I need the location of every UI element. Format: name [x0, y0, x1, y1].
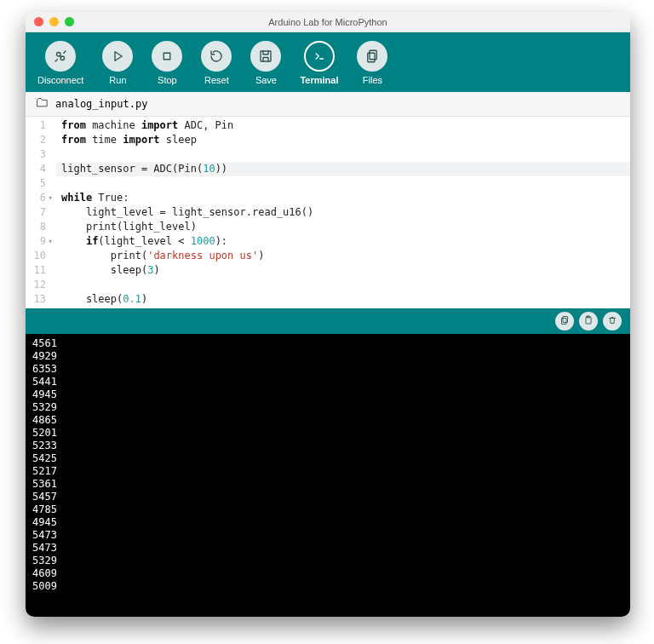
line-number: 8: [27, 220, 51, 234]
code-line[interactable]: light_level = light_sensor.read_u16(): [56, 205, 630, 220]
save-button[interactable]: Save: [250, 41, 281, 85]
clear-button[interactable]: [603, 312, 622, 331]
terminal-line: 5329: [32, 401, 623, 414]
toolbar-label: Reset: [204, 75, 229, 85]
code-line[interactable]: sleep(0.1): [56, 292, 630, 307]
terminal-button[interactable]: Terminal: [300, 41, 338, 85]
terminal-line: 5457: [32, 491, 623, 503]
terminal-line: 4609: [32, 567, 623, 580]
traffic-lights: [26, 17, 74, 26]
terminal-line: 4945: [32, 516, 623, 529]
line-number: 11: [27, 263, 51, 278]
app-window: Arduino Lab for MicroPython DisconnectRu…: [26, 12, 630, 617]
code-line[interactable]: print('darkness upon us'): [56, 249, 630, 263]
line-number: 7: [27, 205, 51, 220]
toolbar-label: Run: [109, 75, 126, 85]
terminal-line: 5009: [32, 580, 623, 593]
code-editor[interactable]: 12345678910111213 from machine import AD…: [26, 117, 630, 308]
toolbar-label: Stop: [158, 75, 177, 85]
code-line[interactable]: while True:: [56, 191, 630, 205]
paste-button[interactable]: [579, 312, 598, 331]
file-bar: analog_input.py: [26, 92, 630, 117]
save-icon: [250, 41, 281, 72]
svg-rect-2: [164, 53, 171, 60]
svg-rect-4: [370, 50, 376, 60]
code-line[interactable]: from machine import ADC, Pin: [56, 118, 630, 133]
code-line[interactable]: [56, 278, 630, 292]
line-number: 4: [27, 162, 51, 176]
terminal-output[interactable]: 4561492963535441494553294865520152335425…: [26, 334, 630, 617]
folder-icon: [36, 96, 49, 112]
terminal-line: 5201: [32, 427, 623, 440]
line-number: 1: [27, 118, 51, 133]
terminal-line: 5217: [32, 465, 623, 478]
stop-icon: [152, 41, 182, 72]
terminal-line: 5441: [32, 376, 623, 388]
titlebar: Arduino Lab for MicroPython: [26, 12, 630, 32]
plug-icon: [45, 41, 76, 72]
code-line[interactable]: from time import sleep: [56, 133, 630, 147]
copy-button[interactable]: [555, 312, 574, 331]
terminal-line: 5473: [32, 529, 623, 542]
toolbar-label: Files: [363, 75, 382, 85]
terminal-line: 6353: [32, 363, 623, 376]
run-button[interactable]: Run: [102, 41, 133, 85]
toolbar-label: Disconnect: [37, 75, 83, 85]
terminal-line: 4785: [32, 503, 623, 516]
terminal-line: 5329: [32, 555, 623, 567]
terminal-icon: [304, 41, 335, 72]
close-window-button[interactable]: [34, 17, 43, 26]
toolbar-label: Terminal: [300, 75, 338, 85]
minimize-window-button[interactable]: [49, 17, 59, 26]
line-number: 2: [27, 133, 51, 147]
code-line[interactable]: if(light_level < 1000):: [56, 234, 630, 249]
line-number: 6: [27, 191, 51, 205]
code-area[interactable]: from machine import ADC, Pinfrom time im…: [56, 117, 630, 308]
terminal-toolbar: [26, 308, 630, 334]
files-button[interactable]: Files: [357, 41, 387, 85]
line-number: 13: [27, 292, 51, 307]
svg-rect-5: [368, 53, 375, 62]
terminal-line: 5473: [32, 542, 623, 555]
file-name: analog_input.py: [55, 98, 147, 110]
terminal-line: 5233: [32, 440, 623, 452]
svg-rect-6: [563, 317, 568, 323]
maximize-window-button[interactable]: [65, 17, 74, 26]
reset-button[interactable]: Reset: [201, 41, 232, 85]
main-toolbar: DisconnectRunStopResetSaveTerminalFiles: [26, 32, 630, 92]
reset-icon: [201, 41, 232, 72]
toolbar-label: Save: [255, 75, 277, 85]
terminal-line: 4561: [32, 337, 623, 350]
code-line[interactable]: [56, 176, 630, 191]
code-line[interactable]: [56, 147, 630, 162]
line-number: 5: [27, 176, 51, 191]
terminal-line: 5361: [32, 478, 623, 491]
terminal-line: 4945: [32, 388, 623, 401]
terminal-line: 5425: [32, 452, 623, 465]
code-line[interactable]: print(light_level): [56, 220, 630, 234]
line-number: 10: [27, 249, 51, 263]
clipboard-icon: [583, 313, 594, 329]
terminal-line: 4865: [32, 414, 623, 427]
window-title: Arduino Lab for MicroPython: [26, 17, 630, 27]
line-number: 3: [27, 147, 51, 162]
line-number: 9: [27, 234, 51, 249]
stop-button[interactable]: Stop: [152, 41, 182, 85]
copy-icon: [559, 313, 570, 329]
svg-rect-3: [261, 51, 271, 61]
svg-rect-7: [562, 319, 567, 325]
terminal-line: 4929: [32, 350, 623, 363]
files-icon: [357, 41, 387, 72]
disconnect-button[interactable]: Disconnect: [37, 41, 83, 85]
code-line[interactable]: sleep(3): [56, 263, 630, 278]
line-number: 12: [27, 278, 51, 292]
play-icon: [102, 41, 133, 72]
line-number-gutter: 12345678910111213: [26, 117, 56, 308]
trash-icon: [607, 313, 617, 329]
code-line[interactable]: light_sensor = ADC(Pin(10)): [56, 162, 630, 176]
